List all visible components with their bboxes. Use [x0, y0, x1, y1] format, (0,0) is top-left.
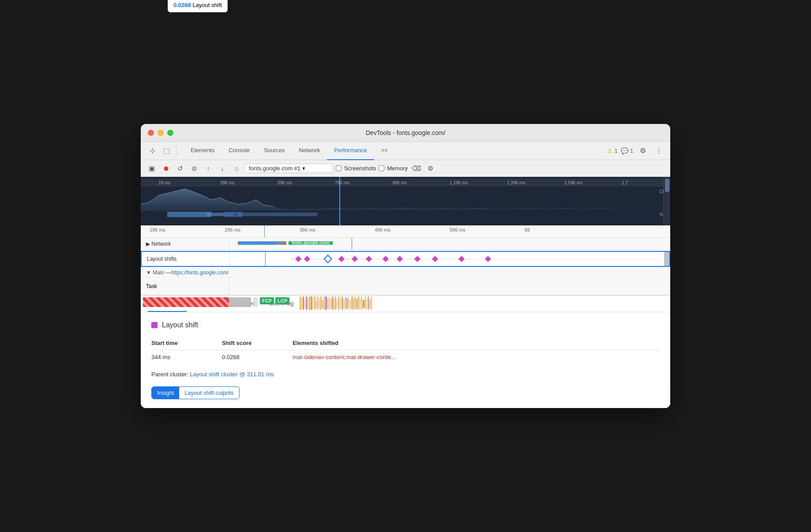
ms-69: 69 [525, 227, 530, 232]
layout-shifts-row[interactable]: Layout shifts [141, 251, 670, 267]
ls-title: Layout shift [162, 321, 198, 329]
screenshots-checkbox[interactable] [336, 165, 342, 171]
settings-icon[interactable]: ⚙ [637, 145, 649, 157]
download-icon[interactable]: ↓ [217, 163, 228, 174]
tab-sources[interactable]: Sources [257, 142, 292, 160]
ruler-tick-796: 796 ms [335, 180, 349, 185]
layout-shift-header: Layout shift [151, 321, 660, 329]
layout-shifts-label: Layout shifts [142, 252, 230, 266]
network-bar-2 [264, 241, 278, 245]
col-shift-score: Shift score [222, 336, 293, 350]
perf-settings-icon[interactable]: ⚙ [424, 163, 436, 174]
url-selector[interactable]: fonts.google.com #1 ▾ [245, 164, 333, 173]
close-button[interactable] [148, 130, 154, 136]
devtools-content: ⊹ ⬚ Elements Console Sources Network Per… [141, 142, 670, 408]
more-options-icon[interactable]: ⋮ [653, 145, 665, 157]
main-section-row: ▼ Main — https://fonts.google.com/ 0.026… [141, 268, 670, 277]
task-label: Task [141, 277, 229, 295]
svg-rect-3 [238, 213, 317, 216]
parent-cluster-label: Parent cluster: [151, 371, 188, 378]
network-label-text: ▶ Network [146, 241, 171, 247]
task-row: Task FCP LCP [141, 277, 670, 295]
tab-network[interactable]: Network [292, 142, 327, 160]
ruler-tick-996: 996 ms [392, 180, 407, 185]
ls-scrollbar[interactable] [664, 252, 669, 266]
task-bars-right [300, 296, 670, 310]
timeline-overview[interactable]: 19 ms 396 ms 596 ms 796 ms 996 ms 1,196 … [141, 177, 670, 225]
message-badge: 💬 1 [621, 147, 633, 154]
ms-296: 296 ms [225, 227, 240, 232]
warning-icon: ⚠ [607, 147, 613, 154]
ls-color-indicator [151, 322, 158, 328]
chevron-down-icon: ▾ [302, 165, 305, 172]
memory-label: Memory [387, 165, 408, 172]
minimize-button[interactable] [158, 130, 164, 136]
network-bar-1 [238, 241, 264, 245]
refresh-icon[interactable]: ↺ [174, 163, 186, 174]
cell-elements-shifted[interactable]: mat-sidenav-content.mat-drawer-conte... [293, 350, 660, 364]
panel-bottom: Summary Bottom-up Call tree Event log La… [141, 295, 670, 408]
track-area: ▶ Network fonts.google.com) [141, 238, 670, 295]
main-section-label: ▼ Main — [146, 270, 171, 276]
traffic-lights [148, 130, 173, 136]
network-track-content: fonts.google.com) [229, 238, 670, 250]
tab-performance[interactable]: Performance [327, 142, 374, 160]
layout-shifts-label-text: Layout shifts [147, 256, 176, 262]
parent-cluster-link[interactable]: Layout shift cluster @ 311.01 ms [190, 371, 274, 378]
layout-shifts-content [230, 252, 669, 266]
ruler-tick-1196: 1,196 ms [450, 180, 468, 185]
device-toolbar-icon[interactable]: ⬚ [160, 145, 173, 157]
warning-count: 1 [615, 148, 618, 154]
message-count: 1 [630, 148, 633, 154]
select-element-icon[interactable]: ⊹ [146, 145, 158, 157]
ruler-tick-17: 1,7 [622, 180, 628, 185]
maximize-button[interactable] [167, 130, 173, 136]
ruler-tick-396: 396 ms [220, 180, 235, 185]
titlebar: DevTools - fonts.google.com/ [141, 124, 670, 142]
network-bar-3 [278, 241, 286, 245]
svg-rect-0 [167, 212, 211, 217]
ruler-tick-19: 19 ms [158, 180, 170, 185]
task-bar-3 [253, 297, 258, 307]
fcp-badge: FCP [260, 296, 274, 304]
screenshots-group: Screenshots [336, 165, 376, 172]
toolbar-right: ⚠ 1 💬 1 ⚙ ⋮ [607, 145, 665, 157]
lcp-text: LCP [275, 297, 289, 304]
network-track-label[interactable]: ▶ Network [141, 238, 229, 250]
fcp-text: FCP [260, 297, 274, 304]
record-icon[interactable]: ⏺ [160, 163, 172, 174]
url-selector-text: fonts.google.com #1 [249, 165, 300, 172]
memory-checkbox[interactable] [379, 165, 384, 171]
cancel-icon[interactable]: ⊘ [188, 163, 200, 174]
home-icon[interactable]: ⌂ [231, 163, 242, 174]
ms-596: 596 ms [450, 227, 466, 232]
sidebar-toggle-icon[interactable]: ▣ [146, 163, 158, 174]
timeline-scrollbar[interactable] [663, 177, 670, 225]
col-elements-shifted: Elements shifted [293, 336, 660, 350]
panel-summary-content: Layout shift Start time Shift score Elem… [141, 312, 670, 408]
insight-button[interactable]: Insight Layout shift culprits [151, 386, 240, 399]
timeline-ruler-2: 196 ms 296 ms 396 ms 496 ms 596 ms 69 [141, 225, 670, 238]
tab-console[interactable]: Console [222, 142, 257, 160]
ms-196: 196 ms [150, 227, 165, 232]
tab-elements[interactable]: Elements [184, 142, 222, 160]
clear-icon[interactable]: ⌫ [410, 163, 422, 174]
scrollbar-thumb[interactable] [665, 179, 669, 192]
ruler-tick-1396: 1,396 ms [507, 180, 525, 185]
secondary-toolbar: ▣ ⏺ ↺ ⊘ ↑ ↓ ⌂ fonts.google.com #1 ▾ Scre… [141, 160, 670, 177]
tab-more[interactable]: >> [374, 142, 395, 160]
parent-cluster: Parent cluster: Layout shift cluster @ 3… [151, 371, 660, 378]
upload-icon[interactable]: ↑ [203, 163, 214, 174]
main-section-link[interactable]: https://fonts.google.com/ [171, 270, 229, 276]
main-toolbar: ⊹ ⬚ Elements Console Sources Network Per… [141, 142, 670, 160]
task-label-text: Task [146, 283, 157, 289]
message-icon: 💬 [621, 147, 628, 154]
insight-text[interactable]: Layout shift culprits [179, 387, 239, 399]
network-bar-label: fonts.google.com) [291, 241, 331, 245]
col-start-time: Start time [151, 336, 222, 350]
cell-start-time: 344 ms [151, 350, 222, 364]
network-track-row: ▶ Network fonts.google.com) [141, 238, 670, 250]
cpu-graph [141, 187, 661, 211]
toolbar-divider-1 [176, 146, 176, 155]
cell-shift-score: 0.0268 [222, 350, 293, 364]
